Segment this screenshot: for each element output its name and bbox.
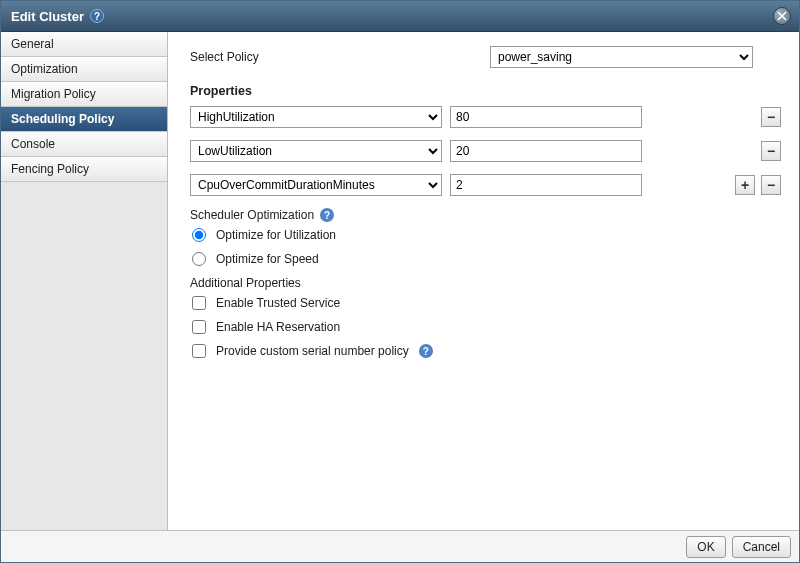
sidebar-item-label: Fencing Policy bbox=[11, 162, 89, 176]
check-label: Enable HA Reservation bbox=[216, 320, 340, 334]
sidebar-item-label: Console bbox=[11, 137, 55, 151]
property-buttons: − bbox=[761, 107, 781, 127]
close-button[interactable] bbox=[773, 7, 791, 25]
dialog-body: General Optimization Migration Policy Sc… bbox=[1, 31, 799, 530]
dialog-title: Edit Cluster bbox=[11, 9, 84, 24]
scheduler-option-label: Optimize for Speed bbox=[216, 252, 319, 266]
help-icon[interactable]: ? bbox=[320, 208, 334, 222]
property-value-input[interactable] bbox=[450, 106, 642, 128]
sidebar-item-fencing-policy[interactable]: Fencing Policy bbox=[1, 157, 167, 182]
sidebar-item-label: General bbox=[11, 37, 54, 51]
close-icon bbox=[777, 11, 787, 21]
dialog-footer: OK Cancel bbox=[1, 530, 799, 562]
check-label: Provide custom serial number policy bbox=[216, 344, 409, 358]
check-label: Enable Trusted Service bbox=[216, 296, 340, 310]
sidebar-item-migration-policy[interactable]: Migration Policy bbox=[1, 82, 167, 107]
properties-heading: Properties bbox=[190, 84, 781, 98]
scheduler-heading: Scheduler Optimization bbox=[190, 208, 314, 222]
policy-select[interactable]: power_saving bbox=[490, 46, 753, 68]
trusted-service-checkbox[interactable] bbox=[192, 296, 206, 310]
sidebar: General Optimization Migration Policy Sc… bbox=[1, 32, 168, 530]
sidebar-item-label: Optimization bbox=[11, 62, 78, 76]
custom-serial-checkbox[interactable] bbox=[192, 344, 206, 358]
property-name-select[interactable]: CpuOverCommitDurationMinutes bbox=[190, 174, 442, 196]
property-value-input[interactable] bbox=[450, 140, 642, 162]
property-row: CpuOverCommitDurationMinutes + − bbox=[190, 174, 781, 196]
sidebar-item-optimization[interactable]: Optimization bbox=[1, 57, 167, 82]
additional-heading: Additional Properties bbox=[190, 276, 781, 290]
remove-property-button[interactable]: − bbox=[761, 175, 781, 195]
titlebar: Edit Cluster ? bbox=[1, 1, 799, 31]
help-icon[interactable]: ? bbox=[419, 344, 433, 358]
property-row: HighUtilization − bbox=[190, 106, 781, 128]
scheduler-option-row: Optimize for Utilization bbox=[192, 228, 781, 242]
property-buttons: + − bbox=[735, 175, 781, 195]
select-policy-label: Select Policy bbox=[190, 50, 490, 64]
remove-property-button[interactable]: − bbox=[761, 107, 781, 127]
ok-button[interactable]: OK bbox=[686, 536, 725, 558]
property-row: LowUtilization − bbox=[190, 140, 781, 162]
select-policy-row: Select Policy power_saving bbox=[190, 46, 781, 68]
ha-reservation-checkbox[interactable] bbox=[192, 320, 206, 334]
property-buttons: − bbox=[761, 141, 781, 161]
scheduler-radio-utilization[interactable] bbox=[192, 228, 206, 242]
sidebar-item-label: Migration Policy bbox=[11, 87, 96, 101]
content-pane: Select Policy power_saving Properties Hi… bbox=[168, 32, 799, 530]
additional-check-row: Enable HA Reservation bbox=[192, 320, 781, 334]
scheduler-heading-row: Scheduler Optimization ? bbox=[190, 208, 781, 222]
sidebar-item-general[interactable]: General bbox=[1, 32, 167, 57]
property-value-input[interactable] bbox=[450, 174, 642, 196]
scheduler-option-row: Optimize for Speed bbox=[192, 252, 781, 266]
cancel-button[interactable]: Cancel bbox=[732, 536, 791, 558]
sidebar-item-scheduling-policy[interactable]: Scheduling Policy bbox=[1, 107, 167, 132]
help-icon[interactable]: ? bbox=[90, 9, 104, 23]
property-name-select[interactable]: LowUtilization bbox=[190, 140, 442, 162]
remove-property-button[interactable]: − bbox=[761, 141, 781, 161]
additional-check-row: Enable Trusted Service bbox=[192, 296, 781, 310]
property-name-select[interactable]: HighUtilization bbox=[190, 106, 442, 128]
sidebar-item-console[interactable]: Console bbox=[1, 132, 167, 157]
scheduler-option-label: Optimize for Utilization bbox=[216, 228, 336, 242]
sidebar-item-label: Scheduling Policy bbox=[11, 112, 114, 126]
add-property-button[interactable]: + bbox=[735, 175, 755, 195]
edit-cluster-dialog: Edit Cluster ? General Optimization Migr… bbox=[0, 0, 800, 563]
scheduler-radio-speed[interactable] bbox=[192, 252, 206, 266]
additional-check-row: Provide custom serial number policy ? bbox=[192, 344, 781, 358]
